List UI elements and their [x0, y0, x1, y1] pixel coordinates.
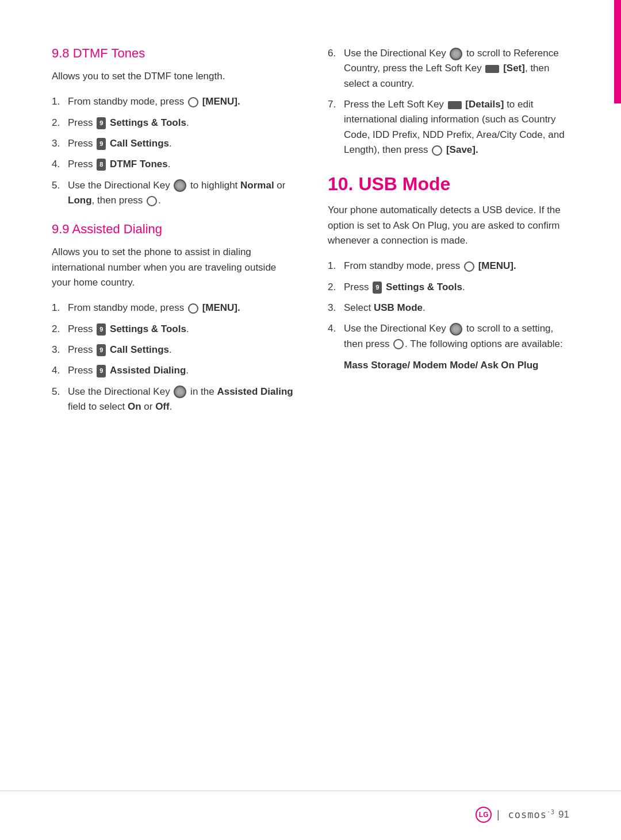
ok-key-icon: [432, 145, 442, 156]
footer: LG | cosmos·3 91: [476, 807, 569, 823]
section-99-desc: Allows you to set the phone to assist in…: [52, 245, 293, 290]
step-99-1: 1. From standby mode, press [MENU].: [52, 300, 293, 315]
page-number: 91: [558, 809, 569, 820]
step-98-2: 2. Press 9 Settings & Tools.: [52, 115, 293, 130]
softkey-icon: [448, 101, 462, 109]
ok-key-icon: [464, 261, 474, 272]
accent-bar: [614, 0, 621, 103]
section-99-title: 9.9 Assisted Dialing: [52, 222, 293, 237]
step-cont-6: 6. Use the Directional Key to scroll to …: [328, 46, 569, 91]
lg-logo-text: LG: [479, 811, 489, 819]
content-area: 9.8 DTMF Tones Allows you to set the DTM…: [52, 46, 569, 783]
step-cont-7: 7. Press the Left Soft Key [Details] to …: [328, 97, 569, 157]
section-98: 9.8 DTMF Tones Allows you to set the DTM…: [52, 46, 293, 208]
section-98-title: 9.8 DTMF Tones: [52, 46, 293, 61]
step-99-3: 3. Press 9 Call Settings.: [52, 342, 293, 357]
dir-key-icon: [450, 323, 462, 336]
step-99-5: 5. Use the Directional Key in the Assist…: [52, 384, 293, 415]
step-10-2: 2. Press 9 Settings & Tools.: [328, 280, 569, 295]
section-99: 9.9 Assisted Dialing Allows you to set t…: [52, 222, 293, 414]
step-10-3: 3. Select USB Mode.: [328, 300, 569, 315]
btn-9-icon: 9: [97, 344, 106, 356]
btn-9-icon: 9: [373, 282, 382, 294]
section-98-desc: Allows you to set the DTMF tone length.: [52, 69, 293, 84]
ok-key-icon: [393, 339, 404, 349]
step-10-4: 4. Use the Directional Key to scroll to …: [328, 321, 569, 352]
ok-key-icon: [188, 97, 198, 107]
btn-9-icon: 9: [97, 365, 106, 377]
usb-options-text: Mass Storage/ Modem Mode/ Ask On Plug: [344, 357, 569, 373]
dir-key-icon: [450, 48, 462, 60]
step-98-1: 1. From standby mode, press [MENU].: [52, 94, 293, 109]
step-98-5: 5. Use the Directional Key to highlight …: [52, 178, 293, 209]
right-column: 6. Use the Directional Key to scroll to …: [328, 46, 569, 783]
brand-name: | cosmos·3: [495, 809, 555, 820]
step-98-4: 4. Press 8 DTMF Tones.: [52, 157, 293, 172]
step-99-4: 4. Press 9 Assisted Dialing.: [52, 363, 293, 378]
step-98-3: 3. Press 9 Call Settings.: [52, 136, 293, 151]
usb-options: Mass Storage/ Modem Mode/ Ask On Plug: [344, 357, 569, 373]
step-10-1: 1. From standby mode, press [MENU].: [328, 259, 569, 273]
left-column: 9.8 DTMF Tones Allows you to set the DTM…: [52, 46, 293, 783]
dir-key-icon: [174, 179, 186, 192]
page-divider: [0, 791, 621, 791]
ok-key-icon: [147, 196, 157, 206]
step-99-2: 2. Press 9 Settings & Tools.: [52, 322, 293, 337]
btn-9-icon: 9: [97, 138, 106, 150]
btn-9-icon: 9: [97, 323, 106, 336]
section-10-title: 10. USB Mode: [328, 174, 569, 195]
lg-logo-circle: LG: [476, 807, 492, 823]
ok-key-icon: [188, 303, 198, 314]
section-10-desc: Your phone automatically detects a USB d…: [328, 203, 569, 248]
btn-8-icon: 8: [97, 159, 106, 171]
btn-9-icon: 9: [97, 117, 106, 129]
dir-key-icon: [174, 386, 186, 398]
section-10: 10. USB Mode Your phone automatically de…: [328, 174, 569, 373]
softkey-icon: [485, 65, 499, 73]
